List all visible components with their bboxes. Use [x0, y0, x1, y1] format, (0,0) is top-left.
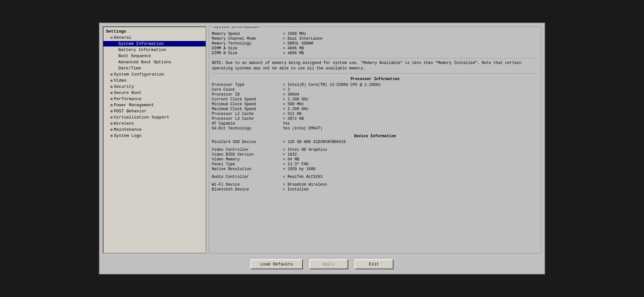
processor-row: Processor L2 Cache= 512 KB — [212, 112, 538, 116]
memory-row-val: = 4096 MB — [283, 51, 304, 56]
processor-row: Processor ID= 306d4 — [212, 92, 538, 97]
device-row-val: = 1920 by 1080 — [283, 167, 316, 171]
load-defaults-button[interactable]: Load Defaults — [251, 259, 303, 269]
processor-row-val: = 512 KB — [283, 112, 302, 116]
sidebar-general-label: General — [114, 35, 132, 40]
sidebar-power-mgmt-label: Power Management — [114, 103, 154, 108]
sidebar-item-virtualization-support[interactable]: ⊞ Virtualization Support — [103, 114, 206, 120]
device-row-val: = Broadcom Wireless — [283, 182, 327, 187]
sidebar-wireless-label: Wireless — [114, 121, 134, 126]
processor-row-key: Processor L2 Cache — [212, 112, 283, 116]
device-row: Panel Type= 13.3" FHD — [212, 162, 538, 167]
sidebar-secure-boot-label: Secure Boot — [114, 90, 142, 95]
processor-row-val: = 2 — [283, 87, 290, 92]
system-information-group: System Information Memory Speed= 1600 MH… — [209, 26, 541, 253]
sidebar-video-label: Video — [114, 78, 126, 83]
device-row: Video Memory= 64 MB — [212, 157, 538, 162]
sidebar-boot-seq-label: Boot Sequence — [118, 54, 151, 58]
exit-button[interactable]: Exit — [355, 259, 393, 269]
sidebar-sys-config-label: System Configuration — [114, 72, 164, 77]
device-row-key: Native Resolution — [212, 167, 283, 171]
bios-main: Settings ⊟ General System Information Ba… — [103, 26, 541, 253]
processor-row-val: = 2.200 GHz — [283, 107, 308, 111]
device-rows: MiniCard SSD Device= 128 GB HDD S1D2NYAF… — [212, 140, 538, 192]
processor-row-val: Yes — [283, 121, 290, 126]
sidebar-item-advanced-boot-options[interactable]: Advanced Boot Options — [103, 59, 206, 65]
device-row-val: = 1032 — [283, 152, 297, 157]
sidebar-item-video[interactable]: ⊞ Video — [103, 77, 206, 84]
sidebar-system-logs-label: System Logs — [114, 133, 142, 138]
device-row: Native Resolution= 1920 by 1080 — [212, 167, 538, 171]
processor-row-key: Minimum Clock Speed — [212, 102, 283, 107]
sidebar-item-power-management[interactable]: ⊞ Power Management — [103, 102, 206, 108]
processor-row-val: = 3072 KB — [283, 117, 304, 121]
memory-row-key: Memory Speed — [212, 32, 283, 36]
settings-title: Settings — [103, 28, 206, 35]
device-row-key: MiniCard SSD Device — [212, 140, 283, 144]
device-row-val: = 64 MB — [283, 157, 299, 162]
memory-row-key: Memory Technology — [212, 41, 283, 46]
device-row: Audio Controller= RealTek ALC3263 — [212, 175, 538, 179]
memory-row: Memory Technology= DDR3L SDRAM — [212, 41, 538, 46]
sidebar-security-label: Security — [114, 84, 134, 89]
memory-row-val: = 1600 MHz — [283, 32, 306, 36]
sidebar-item-general[interactable]: ⊟ General — [103, 35, 206, 41]
sidebar-item-secure-boot[interactable]: ⊞ Secure Boot — [103, 90, 206, 96]
device-row-val: = Intel HD Graphics — [283, 148, 327, 152]
processor-row: Current Clock Speed= 2.200 GHz — [212, 97, 538, 102]
processor-row: Core Count= 2 — [212, 87, 538, 92]
sidebar-virt-support-label: Virtualization Support — [114, 115, 169, 120]
sidebar-post-behavior-label: POST Behavior — [114, 109, 146, 114]
device-row: MiniCard SSD Device= 128 GB HDD S1D2NYAF… — [212, 140, 538, 144]
processor-row-key: Processor ID — [212, 92, 283, 97]
processor-rows: Processor Type= Intel(R) Core(TM) i5-520… — [212, 83, 538, 131]
bios-container: Settings ⊟ General System Information Ba… — [99, 23, 545, 274]
sidebar-item-date-time[interactable]: Date/Time — [103, 65, 206, 71]
sidebar-date-time-label: Date/Time — [118, 66, 141, 71]
device-row-val: = RealTek ALC3263 — [283, 175, 322, 179]
expand-general-icon: ⊟ — [109, 36, 114, 40]
sidebar-item-battery-information[interactable]: Battery Information — [103, 47, 206, 53]
memory-row: DIMM B Size= 4096 MB — [212, 51, 538, 56]
memory-row: Memory Speed= 1600 MHz — [212, 32, 538, 36]
processor-row-key: Maximum Clock Speed — [212, 107, 283, 111]
processor-row-val: Yes (Intel EM64T) — [283, 126, 322, 131]
sidebar-sys-info-label: System Information — [118, 41, 164, 46]
processor-row: Maximum Clock Speed= 2.200 GHz — [212, 107, 538, 111]
sidebar-item-system-configuration[interactable]: ⊞ System Configuration — [103, 71, 206, 77]
device-row-key: Video Memory — [212, 157, 283, 162]
right-panel: System Information Memory Speed= 1600 MH… — [209, 26, 541, 253]
sidebar-item-post-behavior[interactable]: ⊞ POST Behavior — [103, 108, 206, 114]
processor-row-key: 64-Bit Technology — [212, 126, 283, 131]
processor-row-val: = 2.200 GHz — [283, 97, 308, 102]
sidebar-maintenance-label: Maintenance — [114, 127, 142, 132]
info-content-scroll[interactable]: Memory Speed= 1600 MHzMemory Channel Mod… — [209, 29, 541, 253]
sidebar-item-security[interactable]: ⊞ Security — [103, 84, 206, 90]
sidebar-item-maintenance[interactable]: ⊞ Maintenance — [103, 127, 206, 133]
processor-row-key: Processor L3 Cache — [212, 117, 283, 121]
sidebar-item-system-logs[interactable]: ⊞ System Logs — [103, 133, 206, 139]
apply-button[interactable]: Apply — [309, 259, 348, 269]
sidebar-item-performance[interactable]: ⊞ Performance — [103, 96, 206, 102]
processor-row: Processor L3 Cache= 3072 KB — [212, 117, 538, 121]
sidebar-item-system-information[interactable]: System Information — [103, 41, 206, 47]
device-row: Video Controller= Intel HD Graphics — [212, 148, 538, 152]
device-row: Bluetooth Device= Installed — [212, 187, 538, 192]
memory-note: NOTE: Due to an amount of memory being a… — [212, 58, 538, 74]
memory-row-val: = 4096 MB — [283, 46, 304, 51]
device-section-header: Device Information — [212, 134, 538, 138]
device-row-key: Panel Type — [212, 162, 283, 167]
device-row-key: Audio Controller — [212, 175, 283, 179]
memory-row-val: = DDR3L SDRAM — [283, 41, 313, 46]
memory-row-key: Memory Channel Mode — [212, 36, 283, 41]
processor-row: Processor Type= Intel(R) Core(TM) i5-520… — [212, 83, 538, 87]
memory-row: DIMM A Size= 4096 MB — [212, 46, 538, 51]
processor-row: 64-Bit TechnologyYes (Intel EM64T) — [212, 126, 538, 131]
sidebar-item-wireless[interactable]: ⊞ Wireless — [103, 120, 206, 127]
memory-rows: Memory Speed= 1600 MHzMemory Channel Mod… — [212, 32, 538, 56]
device-row-key: Video Controller — [212, 148, 283, 152]
device-row-key: Video BIOS Version — [212, 152, 283, 157]
device-row: Video BIOS Version= 1032 — [212, 152, 538, 157]
sidebar-item-boot-sequence[interactable]: Boot Sequence — [103, 53, 206, 59]
processor-row-val: = 306d4 — [283, 92, 299, 97]
